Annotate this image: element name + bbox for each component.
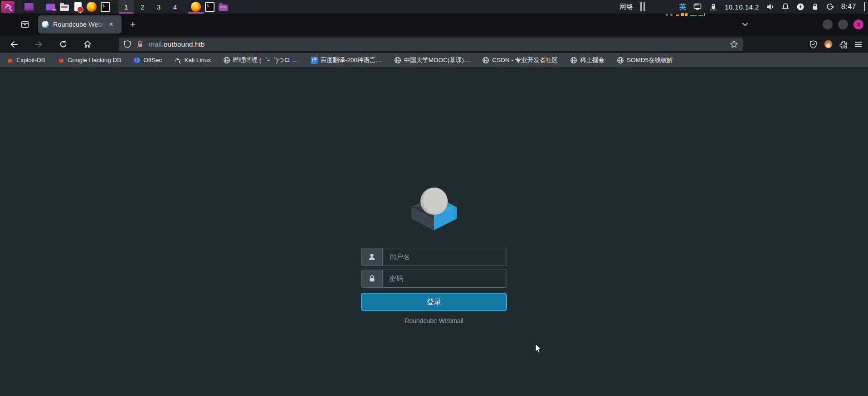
firefox-icon (87, 2, 97, 12)
browser-titlebar: Roundcube Webmail :: 欢迎 × + ✕ (0, 14, 868, 35)
home-button[interactable] (80, 38, 95, 51)
kali-icon (174, 57, 181, 64)
bookmark-item[interactable]: SOMD5在线破解 (617, 56, 673, 64)
workspace-button[interactable]: 4 (167, 0, 183, 14)
roundcube-favicon (42, 21, 49, 28)
login-button[interactable]: 登录 (361, 293, 507, 311)
network-label[interactable]: 网络 (619, 3, 634, 11)
extensions-puzzle-icon[interactable] (839, 40, 848, 49)
taskbar-terminal[interactable]: $_ (203, 0, 216, 13)
terminal-icon: $_ (205, 2, 215, 12)
document-icon (74, 2, 82, 11)
new-tab-button[interactable]: + (126, 18, 140, 31)
display-icon[interactable] (693, 3, 702, 11)
panel-edge-handle[interactable] (864, 2, 865, 11)
globe-icon (617, 57, 624, 64)
bookmark-label: CSDN - 专业开发者社区 (492, 56, 558, 64)
url-text[interactable]: mail.outbound.htb (149, 40, 730, 48)
workspace-button[interactable]: 1 (118, 0, 134, 14)
firefox-view-button[interactable] (17, 17, 33, 32)
maximize-button[interactable] (838, 19, 848, 29)
workspace-button[interactable]: 2 (134, 0, 151, 14)
bookmark-item[interactable]: 哔哩哔哩 (゜-゜)つロ … (223, 56, 298, 64)
lock-icon (361, 270, 383, 287)
browser-navbar: mail.outbound.htb (0, 35, 868, 53)
bookmark-item[interactable]: Google Hacking DB (58, 57, 122, 64)
bookmark-label: 稀土掘金 (580, 56, 605, 64)
home-icon (83, 40, 92, 48)
username-input[interactable] (383, 248, 507, 266)
ip-address[interactable]: 10.10.14.2 (725, 3, 759, 11)
reload-button[interactable] (55, 38, 71, 51)
minimize-button[interactable] (823, 19, 833, 29)
forward-button[interactable] (31, 38, 46, 51)
clock[interactable]: 8:47 (841, 3, 856, 11)
shield-permissions-icon[interactable] (123, 40, 132, 48)
menu-hamburger-icon[interactable] (854, 41, 863, 48)
offsec-icon (133, 57, 141, 64)
window-icon (24, 3, 34, 11)
folder-icon (219, 5, 228, 11)
baidu-translate-icon: 译 (311, 57, 318, 64)
session-logout-icon[interactable] (826, 3, 834, 11)
panel-separator (19, 2, 20, 12)
bookmarks-bar: Exploit-DBGoogle Hacking DBOffSecKali Li… (0, 53, 868, 67)
bookmark-item[interactable]: OffSec (133, 57, 162, 64)
product-name: Roundcube Webmail (361, 317, 507, 324)
taskbar-file-manager[interactable] (216, 0, 230, 13)
bookmark-item[interactable]: 中国大学MOOC(慕课)… (394, 56, 470, 64)
account-shield-icon[interactable] (809, 40, 818, 49)
panel-handle (640, 2, 645, 11)
launcher-window-app[interactable] (22, 0, 36, 13)
firefox-icon (191, 2, 201, 12)
bookmark-item[interactable]: Exploit-DB (6, 57, 45, 64)
notifications-bell-icon[interactable] (781, 3, 790, 11)
close-window-button[interactable]: ✕ (853, 19, 863, 29)
workspace-switcher: 1234 (118, 0, 183, 14)
bookmark-item[interactable]: Kali Linux (174, 57, 211, 64)
list-all-tabs-chevron-icon[interactable] (741, 20, 749, 29)
back-button[interactable] (6, 38, 22, 51)
launcher-text-editor[interactable] (71, 0, 85, 13)
kali-menu-button[interactable] (1, 1, 15, 13)
input-method-indicator[interactable]: 英 (679, 3, 686, 11)
launcher-screenshot-tool[interactable] (44, 0, 58, 13)
screen-lock-icon[interactable] (811, 3, 819, 11)
bookmark-label: 百度翻译-200种语言… (321, 56, 382, 64)
firefox-view-icon (20, 20, 29, 29)
bookmark-label: Kali Linux (184, 57, 211, 63)
volume-icon[interactable] (766, 3, 775, 11)
roundcube-login-page: 登录 Roundcube Webmail (0, 67, 868, 396)
screenshot-icon (46, 4, 55, 10)
globe-icon (394, 57, 401, 64)
panel-separator (115, 2, 115, 12)
power-manager-icon[interactable] (796, 3, 805, 11)
close-tab-icon[interactable]: × (107, 20, 116, 29)
vpn-lock-icon[interactable] (709, 2, 718, 11)
workspace-button[interactable]: 3 (151, 0, 167, 14)
reload-icon (59, 40, 68, 48)
bookmark-item[interactable]: 译百度翻译-200种语言… (311, 56, 382, 64)
url-bar[interactable]: mail.outbound.htb (119, 38, 743, 51)
profile-avatar[interactable] (824, 40, 833, 48)
bookmark-label: Exploit-DB (16, 57, 45, 63)
top-panel: $_ 1234 $_ 网络 英 10.10.14.2 (0, 0, 868, 14)
launcher-terminal[interactable]: $_ (98, 0, 112, 13)
password-field-group (361, 270, 507, 288)
bookmark-star-icon[interactable] (730, 40, 738, 48)
insecure-lock-icon[interactable] (136, 40, 144, 48)
mouse-cursor (534, 343, 543, 354)
url-domain: outbound.htb (164, 40, 205, 48)
taskbar-firefox[interactable] (189, 0, 203, 13)
browser-tab-roundcube[interactable]: Roundcube Webmail :: 欢迎 × (38, 15, 122, 34)
launcher-file-manager[interactable] (58, 0, 71, 13)
tab-title: Roundcube Webmail :: 欢迎 (53, 20, 107, 29)
kali-dragon-icon (4, 2, 12, 11)
password-input[interactable] (383, 270, 507, 287)
exploitdb-icon (58, 57, 65, 64)
forward-arrow-icon (34, 40, 43, 48)
bookmark-item[interactable]: 稀土掘金 (570, 56, 605, 64)
bookmark-item[interactable]: CSDN - 专业开发者社区 (482, 56, 558, 64)
launcher-firefox[interactable] (85, 0, 98, 13)
desktop: $_ 1234 $_ 网络 英 10.10.14.2 (0, 0, 868, 396)
